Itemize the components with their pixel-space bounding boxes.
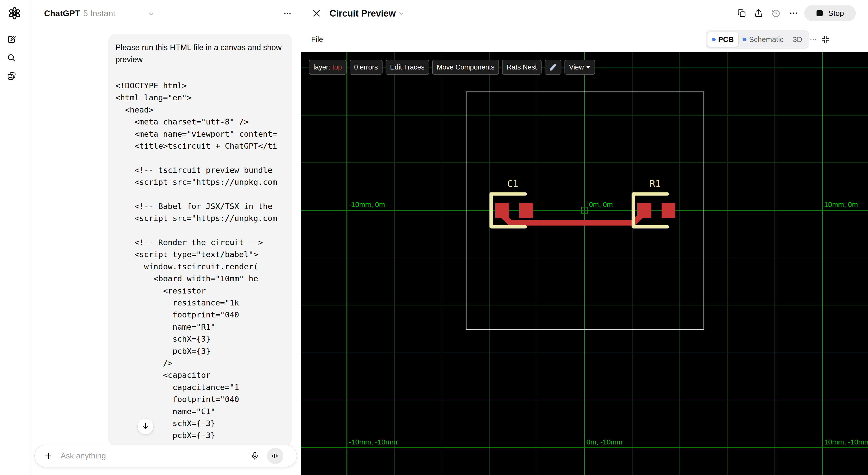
grid-label-xpos: 10mm, 0m: [824, 201, 858, 208]
pcb-toolbar-button[interactable]: 0 errors: [350, 60, 382, 75]
chevron-down-icon[interactable]: [398, 10, 404, 17]
copy-icon[interactable]: [737, 8, 746, 18]
code-line: <board width="10mm" he: [116, 273, 285, 284]
component-labels: C1 R1: [507, 178, 660, 189]
waveform-icon: [271, 451, 280, 461]
chevron-down-icon: [148, 11, 155, 17]
pcb-toolbar-button[interactable]: Move Components: [432, 60, 499, 75]
history-icon[interactable]: [771, 8, 781, 18]
code-line: <script src="https://unpkg.com: [116, 176, 285, 188]
code-line: <meta charset="utf-8" />: [116, 116, 285, 128]
grid-label-xneg: -10mm, 0m: [349, 201, 385, 208]
code-line: window.tscircuit.render(: [116, 261, 285, 273]
mic-icon[interactable]: [250, 451, 259, 461]
close-icon[interactable]: [312, 8, 321, 18]
code-line: name="C1": [116, 406, 285, 417]
grid-label-bottom-pos: 10mm, -10mm: [824, 438, 868, 446]
code-line: <!DOCTYPE html>: [116, 80, 285, 92]
new-chat-icon[interactable]: [7, 35, 16, 44]
code-block: <!DOCTYPE html><html lang="en"> <head> <…: [116, 80, 285, 446]
pcb-toolbar-button[interactable]: Edit Traces: [385, 60, 429, 75]
r1-pad-1[interactable]: [638, 203, 651, 218]
code-line: <capacitor: [116, 369, 285, 381]
model-name: 5 Instant: [83, 9, 116, 18]
user-message-text: Please run this HTML file in a canvas an…: [116, 41, 285, 65]
canvas-title[interactable]: Circuit Preview: [330, 0, 396, 27]
code-line: footprint="040: [116, 393, 285, 405]
conversation-menu-icon[interactable]: [283, 9, 292, 18]
view-dropdown-button[interactable]: View: [564, 60, 595, 75]
voice-mode-button[interactable]: [267, 448, 283, 464]
code-line: />: [116, 357, 285, 369]
view-label: View: [569, 60, 584, 74]
tab-3d[interactable]: 3D: [788, 32, 807, 47]
tab-schematic[interactable]: Schematic: [738, 32, 788, 47]
app-root: ChatGPT5 Instant Please run this HTML fi…: [0, 0, 868, 475]
code-line: footprint="040: [116, 309, 285, 321]
canvas-panel: Circuit Preview: [301, 0, 868, 475]
caret-down-icon: [586, 66, 590, 69]
tab-pcb-label: PCB: [718, 35, 734, 44]
pcb-editor[interactable]: C1 R1 -10mm, 0m 0m, 0m 10mm, 0m -10mm, -…: [301, 52, 868, 475]
tab-pcb[interactable]: PCB: [708, 32, 738, 47]
edit-pencil-button[interactable]: [545, 60, 561, 75]
collapse-canvas-icon[interactable]: [821, 35, 830, 44]
code-line: schX={3}: [116, 333, 285, 345]
chat-panel: ChatGPT5 Instant Please run this HTML fi…: [0, 0, 301, 475]
code-line: name="R1": [116, 321, 285, 333]
layer-label: layer:: [313, 60, 330, 74]
pcb-canvas[interactable]: C1 R1 -10mm, 0m 0m, 0m 10mm, 0m -10mm, -…: [301, 52, 868, 475]
scroll-to-bottom-button[interactable]: [137, 418, 154, 435]
c1-pad-2[interactable]: [519, 203, 533, 218]
code-line: resistance="1k: [116, 297, 285, 309]
r1-label[interactable]: R1: [650, 178, 660, 189]
view-tabs: PCB Schematic 3D: [706, 30, 809, 48]
tab-schematic-label: Schematic: [749, 35, 783, 44]
app-title: ChatGPT: [44, 9, 80, 18]
stop-button[interactable]: Stop: [804, 5, 856, 22]
layer-selector-button[interactable]: layer: top: [309, 60, 347, 75]
pcb-toolbar-button[interactable]: Rats Nest: [502, 60, 541, 75]
share-upload-icon[interactable]: [754, 8, 764, 18]
code-line: capacitance="1: [116, 381, 285, 393]
grid-coordinate-labels: -10mm, 0m 0m, 0m 10mm, 0m -10mm, -10mm 0…: [349, 201, 868, 446]
r1-pad-2[interactable]: [661, 203, 675, 218]
arrow-down-icon: [141, 422, 150, 431]
composer-placeholder[interactable]: Ask anything: [61, 445, 106, 467]
chat-model-selector[interactable]: ChatGPT5 Instant: [44, 0, 116, 27]
composer[interactable]: Ask anything: [34, 445, 297, 467]
code-line: <!-- tscircuit preview bundle: [116, 164, 285, 176]
pcb-toolbar-buttons: 0 errorsEdit TracesMove ComponentsRats N…: [350, 60, 541, 75]
code-line: <script src="https://unpkg.com: [116, 212, 285, 224]
attach-plus-icon[interactable]: [44, 451, 53, 461]
code-line: <html lang="en">: [116, 92, 285, 104]
grid-label-bottom-center: 0m, -10mm: [586, 438, 623, 446]
tabs-more-icon[interactable]: [807, 32, 819, 47]
code-line: <script type="text/babel">: [116, 248, 285, 261]
layer-value: top: [332, 60, 342, 74]
canvas-header: Circuit Preview: [301, 0, 868, 27]
code-line: <!-- Render the circuit -->: [116, 236, 285, 248]
c1-pad-1[interactable]: [495, 203, 509, 218]
sidebar: [0, 0, 31, 475]
canvas-menu-dots-icon[interactable]: [789, 8, 799, 18]
stop-square-icon: [816, 10, 823, 16]
code-line: <!-- Babel for JSX/TSX in the: [116, 200, 285, 212]
pencil-icon: [549, 63, 557, 71]
tab-3d-label: 3D: [793, 35, 802, 44]
search-icon[interactable]: [7, 53, 16, 62]
stop-label: Stop: [828, 9, 844, 18]
chat-header: ChatGPT5 Instant: [31, 0, 301, 27]
pcb-status-dot: [712, 38, 716, 41]
code-line: <title>tscircuit + ChatGPT</ti: [116, 140, 285, 152]
file-menu[interactable]: File: [311, 27, 323, 52]
library-images-icon[interactable]: [7, 71, 16, 81]
code-line: [116, 152, 285, 164]
canvas-menubar: File PCB Schematic 3D: [301, 27, 868, 52]
grid-major-lines: [301, 52, 868, 475]
code-line: <meta name="viewport" content=: [116, 128, 285, 140]
c1-label[interactable]: C1: [507, 178, 518, 189]
schematic-status-dot: [743, 38, 746, 41]
user-message-bubble: Please run this HTML file in a canvas an…: [108, 34, 292, 446]
code-line: <head>: [116, 104, 285, 116]
